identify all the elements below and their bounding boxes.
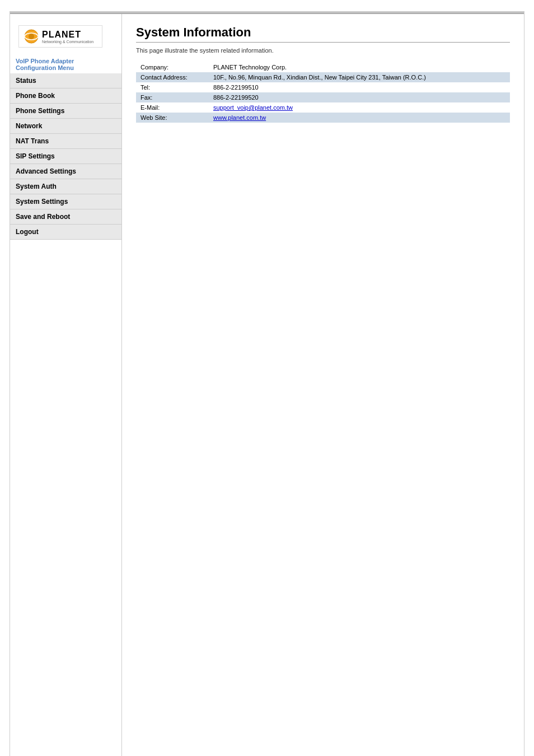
sidebar-nav: StatusPhone BookPhone SettingsNetworkNAT… xyxy=(10,73,121,240)
table-row: Company:PLANET Technology Corp. xyxy=(136,62,510,72)
info-label: Web Site: xyxy=(136,113,209,123)
config-title: VoIP Phone Adapter Configuration Menu xyxy=(10,53,121,73)
table-row: Contact Address:10F., No.96, Minquan Rd.… xyxy=(136,72,510,82)
info-value[interactable]: support_voip@planet.com.tw xyxy=(209,102,510,113)
sidebar-item-phone-book[interactable]: Phone Book xyxy=(10,88,121,104)
logo-subtitle: Networking & Communication xyxy=(42,40,93,44)
info-value[interactable]: www.planet.com.tw xyxy=(209,113,510,123)
info-value: 10F., No.96, Minquan Rd., Xindian Dist.,… xyxy=(209,72,510,82)
svg-point-2 xyxy=(29,34,34,39)
info-value: 886-2-22199510 xyxy=(209,82,510,92)
info-table: Company:PLANET Technology Corp.Contact A… xyxy=(136,62,510,123)
sidebar-item-phone-settings[interactable]: Phone Settings xyxy=(10,104,121,119)
table-row: E-Mail:support_voip@planet.com.tw xyxy=(136,102,510,113)
info-label: Tel: xyxy=(136,82,209,92)
table-row: Fax:886-2-22199520 xyxy=(136,92,510,102)
info-label: Fax: xyxy=(136,92,209,102)
sidebar-item-sip-settings[interactable]: SIP Settings xyxy=(10,149,121,164)
sidebar-item-system-settings[interactable]: System Settings xyxy=(10,194,121,209)
info-value: PLANET Technology Corp. xyxy=(209,62,510,72)
info-label: E-Mail: xyxy=(136,102,209,113)
main-container: PLANET Networking & Communication VoIP P… xyxy=(10,11,524,756)
page-description: This page illustrate the system related … xyxy=(136,47,510,54)
sidebar: PLANET Networking & Communication VoIP P… xyxy=(10,14,122,756)
main-layout: PLANET Networking & Communication VoIP P… xyxy=(10,14,524,756)
logo-box: PLANET Networking & Communication xyxy=(18,25,102,48)
sidebar-item-advanced-settings[interactable]: Advanced Settings xyxy=(10,164,121,179)
page-divider xyxy=(136,42,510,43)
page-title: System Information xyxy=(136,25,510,40)
sidebar-item-status[interactable]: Status xyxy=(10,73,121,88)
sidebar-item-save-and-reboot[interactable]: Save and Reboot xyxy=(10,209,121,225)
logo-area: PLANET Networking & Communication xyxy=(10,20,121,50)
info-link[interactable]: www.planet.com.tw xyxy=(213,114,266,121)
logo-brand: PLANET xyxy=(42,30,93,40)
info-link[interactable]: support_voip@planet.com.tw xyxy=(213,104,293,111)
sidebar-item-nat-trans[interactable]: NAT Trans xyxy=(10,134,121,149)
table-row: Tel:886-2-22199510 xyxy=(136,82,510,92)
logo-text-area: PLANET Networking & Communication xyxy=(42,30,93,44)
sidebar-item-network[interactable]: Network xyxy=(10,119,121,134)
table-row: Web Site:www.planet.com.tw xyxy=(136,113,510,123)
sidebar-item-system-auth[interactable]: System Auth xyxy=(10,179,121,194)
content-area: System Information This page illustrate … xyxy=(122,14,524,756)
config-title-line2: Configuration Menu xyxy=(16,64,113,71)
planet-logo-icon xyxy=(24,29,39,44)
info-value: 886-2-22199520 xyxy=(209,92,510,102)
sidebar-item-logout[interactable]: Logout xyxy=(10,225,121,240)
config-title-line1: VoIP Phone Adapter xyxy=(16,58,113,64)
info-label: Contact Address: xyxy=(136,72,209,82)
info-label: Company: xyxy=(136,62,209,72)
